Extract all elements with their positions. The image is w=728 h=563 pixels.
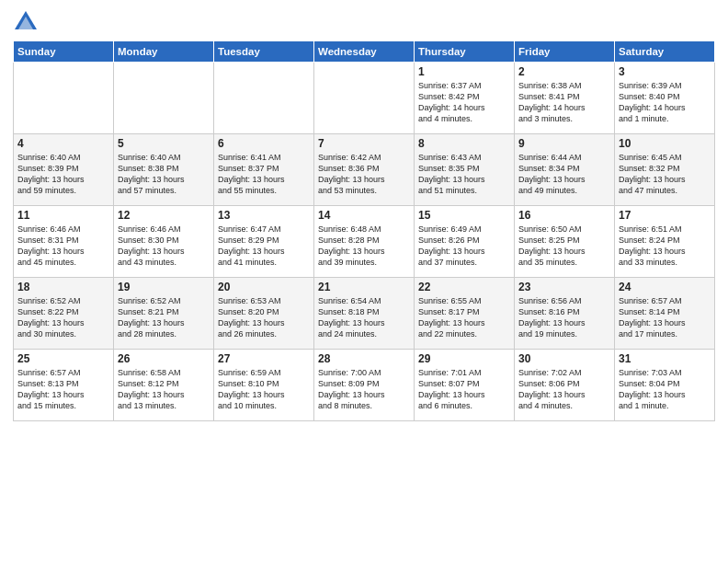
- day-info: Sunrise: 6:40 AM Sunset: 8:39 PM Dayligh…: [17, 152, 109, 197]
- day-cell: 8Sunrise: 6:43 AM Sunset: 8:35 PM Daylig…: [415, 134, 515, 206]
- day-number: 12: [118, 209, 210, 222]
- day-number: 25: [17, 352, 109, 365]
- week-row-5: 25Sunrise: 6:57 AM Sunset: 8:13 PM Dayli…: [14, 350, 715, 421]
- day-info: Sunrise: 6:37 AM Sunset: 8:42 PM Dayligh…: [418, 80, 510, 125]
- day-info: Sunrise: 7:01 AM Sunset: 8:07 PM Dayligh…: [418, 367, 510, 412]
- day-number: 24: [619, 281, 711, 293]
- day-number: 27: [218, 352, 310, 365]
- page-container: SundayMondayTuesdayWednesdayThursdayFrid…: [0, 0, 728, 429]
- day-info: Sunrise: 6:41 AM Sunset: 8:37 PM Dayligh…: [218, 152, 310, 197]
- week-row-1: 1Sunrise: 6:37 AM Sunset: 8:42 PM Daylig…: [14, 63, 715, 134]
- day-cell: 24Sunrise: 6:57 AM Sunset: 8:14 PM Dayli…: [615, 278, 715, 350]
- day-number: 9: [518, 137, 610, 150]
- day-info: Sunrise: 6:46 AM Sunset: 8:30 PM Dayligh…: [118, 224, 210, 269]
- day-info: Sunrise: 6:57 AM Sunset: 8:14 PM Dayligh…: [619, 295, 711, 340]
- day-cell: 26Sunrise: 6:58 AM Sunset: 8:12 PM Dayli…: [114, 350, 214, 421]
- header-row: SundayMondayTuesdayWednesdayThursdayFrid…: [14, 41, 715, 63]
- logo: [13, 9, 42, 35]
- day-info: Sunrise: 6:57 AM Sunset: 8:13 PM Dayligh…: [17, 367, 109, 412]
- day-number: 2: [518, 65, 610, 78]
- day-cell: 12Sunrise: 6:46 AM Sunset: 8:30 PM Dayli…: [114, 206, 214, 278]
- day-number: 4: [17, 137, 109, 150]
- header-cell-wednesday: Wednesday: [314, 41, 415, 63]
- day-info: Sunrise: 6:50 AM Sunset: 8:25 PM Dayligh…: [518, 224, 610, 269]
- day-info: Sunrise: 6:45 AM Sunset: 8:32 PM Dayligh…: [619, 152, 711, 197]
- day-number: 28: [318, 352, 410, 365]
- calendar-table: SundayMondayTuesdayWednesdayThursdayFrid…: [13, 40, 715, 421]
- day-number: 20: [218, 281, 310, 293]
- day-cell: 14Sunrise: 6:48 AM Sunset: 8:28 PM Dayli…: [314, 206, 415, 278]
- day-number: 14: [318, 209, 410, 222]
- day-cell: 3Sunrise: 6:39 AM Sunset: 8:40 PM Daylig…: [615, 63, 715, 134]
- day-cell: 2Sunrise: 6:38 AM Sunset: 8:41 PM Daylig…: [515, 63, 615, 134]
- day-info: Sunrise: 6:52 AM Sunset: 8:21 PM Dayligh…: [118, 295, 210, 340]
- day-number: 23: [518, 281, 610, 293]
- day-number: 11: [17, 209, 109, 222]
- day-cell: 7Sunrise: 6:42 AM Sunset: 8:36 PM Daylig…: [314, 134, 415, 206]
- day-number: 17: [619, 209, 711, 222]
- day-cell: 30Sunrise: 7:02 AM Sunset: 8:06 PM Dayli…: [515, 350, 615, 421]
- header: [13, 9, 715, 35]
- day-info: Sunrise: 6:40 AM Sunset: 8:38 PM Dayligh…: [118, 152, 210, 197]
- day-cell: 11Sunrise: 6:46 AM Sunset: 8:31 PM Dayli…: [14, 206, 114, 278]
- day-cell: 1Sunrise: 6:37 AM Sunset: 8:42 PM Daylig…: [415, 63, 515, 134]
- day-cell: 19Sunrise: 6:52 AM Sunset: 8:21 PM Dayli…: [114, 278, 214, 350]
- day-info: Sunrise: 6:53 AM Sunset: 8:20 PM Dayligh…: [218, 295, 310, 340]
- day-number: 30: [518, 352, 610, 365]
- header-cell-tuesday: Tuesday: [214, 41, 314, 63]
- day-number: 15: [418, 209, 510, 222]
- week-row-4: 18Sunrise: 6:52 AM Sunset: 8:22 PM Dayli…: [14, 278, 715, 350]
- day-cell: 13Sunrise: 6:47 AM Sunset: 8:29 PM Dayli…: [214, 206, 314, 278]
- day-cell: 22Sunrise: 6:55 AM Sunset: 8:17 PM Dayli…: [415, 278, 515, 350]
- day-cell: 17Sunrise: 6:51 AM Sunset: 8:24 PM Dayli…: [615, 206, 715, 278]
- day-cell: 6Sunrise: 6:41 AM Sunset: 8:37 PM Daylig…: [214, 134, 314, 206]
- day-number: 16: [518, 209, 610, 222]
- day-cell: 16Sunrise: 6:50 AM Sunset: 8:25 PM Dayli…: [515, 206, 615, 278]
- day-info: Sunrise: 6:38 AM Sunset: 8:41 PM Dayligh…: [518, 80, 610, 125]
- day-number: 29: [418, 352, 510, 365]
- day-cell: [314, 63, 415, 134]
- day-info: Sunrise: 6:47 AM Sunset: 8:29 PM Dayligh…: [218, 224, 310, 269]
- day-info: Sunrise: 6:51 AM Sunset: 8:24 PM Dayligh…: [619, 224, 711, 269]
- day-cell: 5Sunrise: 6:40 AM Sunset: 8:38 PM Daylig…: [114, 134, 214, 206]
- day-info: Sunrise: 6:52 AM Sunset: 8:22 PM Dayligh…: [17, 295, 109, 340]
- day-info: Sunrise: 6:42 AM Sunset: 8:36 PM Dayligh…: [318, 152, 410, 197]
- day-info: Sunrise: 6:48 AM Sunset: 8:28 PM Dayligh…: [318, 224, 410, 269]
- day-cell: 21Sunrise: 6:54 AM Sunset: 8:18 PM Dayli…: [314, 278, 415, 350]
- day-info: Sunrise: 7:03 AM Sunset: 8:04 PM Dayligh…: [619, 367, 711, 412]
- header-cell-saturday: Saturday: [615, 41, 715, 63]
- day-number: 3: [619, 65, 711, 78]
- day-cell: 28Sunrise: 7:00 AM Sunset: 8:09 PM Dayli…: [314, 350, 415, 421]
- header-cell-thursday: Thursday: [415, 41, 515, 63]
- day-info: Sunrise: 6:54 AM Sunset: 8:18 PM Dayligh…: [318, 295, 410, 340]
- logo-icon: [13, 9, 39, 35]
- day-cell: 10Sunrise: 6:45 AM Sunset: 8:32 PM Dayli…: [615, 134, 715, 206]
- week-row-2: 4Sunrise: 6:40 AM Sunset: 8:39 PM Daylig…: [14, 134, 715, 206]
- day-info: Sunrise: 7:02 AM Sunset: 8:06 PM Dayligh…: [518, 367, 610, 412]
- week-row-3: 11Sunrise: 6:46 AM Sunset: 8:31 PM Dayli…: [14, 206, 715, 278]
- day-info: Sunrise: 6:46 AM Sunset: 8:31 PM Dayligh…: [17, 224, 109, 269]
- day-info: Sunrise: 6:49 AM Sunset: 8:26 PM Dayligh…: [418, 224, 510, 269]
- day-cell: 31Sunrise: 7:03 AM Sunset: 8:04 PM Dayli…: [615, 350, 715, 421]
- day-info: Sunrise: 6:44 AM Sunset: 8:34 PM Dayligh…: [518, 152, 610, 197]
- day-cell: 20Sunrise: 6:53 AM Sunset: 8:20 PM Dayli…: [214, 278, 314, 350]
- day-info: Sunrise: 6:43 AM Sunset: 8:35 PM Dayligh…: [418, 152, 510, 197]
- day-cell: 23Sunrise: 6:56 AM Sunset: 8:16 PM Dayli…: [515, 278, 615, 350]
- day-info: Sunrise: 6:39 AM Sunset: 8:40 PM Dayligh…: [619, 80, 711, 125]
- day-cell: [214, 63, 314, 134]
- day-number: 10: [619, 137, 711, 150]
- day-number: 31: [619, 352, 711, 365]
- day-cell: 9Sunrise: 6:44 AM Sunset: 8:34 PM Daylig…: [515, 134, 615, 206]
- day-cell: [114, 63, 214, 134]
- day-number: 7: [318, 137, 410, 150]
- day-number: 21: [318, 281, 410, 293]
- day-cell: 15Sunrise: 6:49 AM Sunset: 8:26 PM Dayli…: [415, 206, 515, 278]
- day-number: 5: [118, 137, 210, 150]
- day-info: Sunrise: 6:56 AM Sunset: 8:16 PM Dayligh…: [518, 295, 610, 340]
- day-number: 26: [118, 352, 210, 365]
- day-number: 18: [17, 281, 109, 293]
- day-cell: 4Sunrise: 6:40 AM Sunset: 8:39 PM Daylig…: [14, 134, 114, 206]
- day-cell: 27Sunrise: 6:59 AM Sunset: 8:10 PM Dayli…: [214, 350, 314, 421]
- header-cell-sunday: Sunday: [14, 41, 114, 63]
- day-number: 6: [218, 137, 310, 150]
